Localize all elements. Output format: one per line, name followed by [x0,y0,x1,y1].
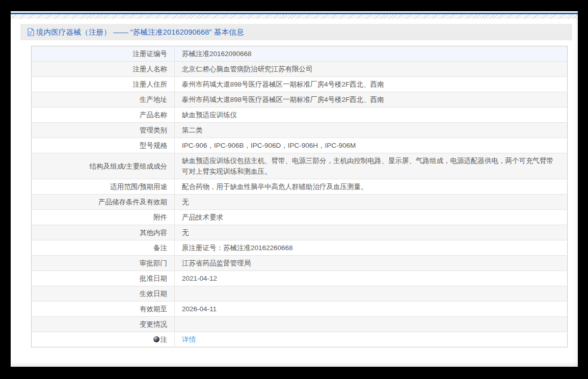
document-icon [27,28,34,36]
row-value: 产品技术要求 [182,213,223,221]
row-label: 结构及组成/主要组成成分 [90,163,167,170]
row-label-cell: 注册证编号 [32,46,175,62]
row-value-cell: 苏械注准20162090668 [175,46,568,62]
table-row: 注 详情 [32,332,568,347]
row-label: 生产地址 [140,96,167,103]
content-page: 境内医疗器械（注册） —— “苏械注准20162090668” 基本信息 注册证… [11,11,578,367]
table-row: 管理类别 第二类 [32,123,568,138]
row-label: 备注 [153,244,167,252]
row-label-cell: 注 [32,332,175,347]
row-value-cell: 泰州市药城大道898号医疗器械区一期标准厂房4号楼2F西北、西南 [175,77,568,92]
row-label-cell: 变更情况 [32,317,175,332]
table-row: 批准日期 2021-04-12 [32,271,568,286]
table-row: 注册证编号 苏械注准20162090668 [32,46,568,62]
row-value-cell: 第二类 [175,123,568,138]
row-value: 江苏省药品监督管理局 [182,259,251,267]
row-label-cell: 审批部门 [32,256,175,271]
row-value: 缺血预适应训练仪 [182,111,237,119]
page-header-bar: 境内医疗器械（注册） —— “苏械注准20162090668” 基本信息 [20,24,572,40]
row-label: 附件 [153,213,167,221]
registration-info-table: 注册证编号 苏械注准20162090668 注册人名称 北京仁桥心脑血管病防治研… [31,46,568,347]
row-label-cell: 生产地址 [32,92,175,107]
row-value: 配合药物，用于缺血性脑卒中高危人群辅助治疗及血压测量。 [182,183,368,191]
row-label: 产品储存条件及有效期 [98,198,167,206]
row-label-cell: 其他内容 [32,225,175,240]
row-label: 生效日期 [140,290,167,297]
row-value-cell: 江苏省药品监督管理局 [175,256,568,271]
table-row: 型号规格 IPC-906，IPC-906B，IPC-906D，IPC-906H，… [32,138,568,153]
row-label-cell: 附件 [32,210,175,225]
page-title: 境内医疗器械（注册） —— “苏械注准20162090668” 基本信息 [36,28,244,37]
row-label: 其他内容 [140,229,167,236]
row-value: 无 [182,198,189,206]
row-value: 无 [182,229,189,236]
row-label-cell: 注册人名称 [32,62,175,77]
row-label: 管理类别 [140,126,167,134]
row-value-cell: 无 [175,225,568,240]
row-value-cell: 缺血预适应训练仪 [175,107,568,123]
row-label-cell: 管理类别 [32,123,175,138]
row-value: IPC-906，IPC-906B，IPC-906D，IPC-906H，IPC-9… [182,142,356,149]
row-label-cell: 适用范围/预期用途 [32,179,175,195]
row-value-cell: 北京仁桥心脑血管病防治研究江苏有限公司 [175,62,568,77]
row-label: 适用范围/预期用途 [110,183,167,191]
note-icon [153,336,159,342]
row-value: 第二类 [182,126,203,134]
row-value: 泰州市药城大道898号医疗器械区一期标准厂房4号楼2F西北、西南 [182,80,384,88]
row-value: 缺血预适应训练仪包括主机、臂带、电源三部分，主机由控制电路、显示屏、气路组成，电… [182,157,553,175]
table-row: 结构及组成/主要组成成分 缺血预适应训练仪包括主机、臂带、电源三部分，主机由控制… [32,153,568,179]
row-label: 批准日期 [140,275,167,282]
table-row: 审批部门 江苏省药品监督管理局 [32,256,568,271]
details-link[interactable]: 详情 [182,336,196,343]
row-label: 注 [161,336,168,343]
table-row: 适用范围/预期用途 配合药物，用于缺血性脑卒中高危人群辅助治疗及血压测量。 [32,179,568,195]
table-row: 备注 原注册证号：苏械注准20162260668 [32,240,568,256]
row-value: 原注册证号：苏械注准20162260668 [182,244,293,252]
row-value: 北京仁桥心脑血管病防治研究江苏有限公司 [182,65,313,73]
row-label: 变更情况 [140,320,167,328]
row-label-cell: 注册人住所 [32,77,175,92]
hatch-texture-strip [11,14,578,19]
row-value-cell: 泰州市药城大道898号医疗器械区一期标准厂房4号楼2F西北、西南 [175,92,568,107]
row-label-cell: 批准日期 [32,271,175,286]
row-value-cell: 无 [175,195,568,210]
row-label: 有效期至 [140,305,167,313]
table-row: 产品储存条件及有效期 无 [32,195,568,210]
row-label-cell: 产品名称 [32,107,175,123]
row-value-cell: 详情 [175,332,568,347]
row-value-cell [175,317,568,332]
row-value: 2026-04-11 [182,305,217,313]
registration-table-container: 注册证编号 苏械注准20162090668 注册人名称 北京仁桥心脑血管病防治研… [31,46,568,347]
table-row: 注册人住所 泰州市药城大道898号医疗器械区一期标准厂房4号楼2F西北、西南 [32,77,568,92]
row-value-cell: 原注册证号：苏械注准20162260668 [175,240,568,256]
desktop-background: { "colors": { "top_rule_blue": "#1568bf"… [0,0,588,379]
table-row: 产品名称 缺血预适应训练仪 [32,107,568,123]
table-row: 生产地址 泰州市药城大道898号医疗器械区一期标准厂房4号楼2F西北、西南 [32,92,568,107]
table-row: 变更情况 [32,317,568,332]
row-value-cell: IPC-906，IPC-906B，IPC-906D，IPC-906H，IPC-9… [175,138,568,153]
row-label: 产品名称 [140,111,167,119]
row-value: 2021-04-12 [182,275,217,282]
row-value-cell: 产品技术要求 [175,210,568,225]
row-label-cell: 产品储存条件及有效期 [32,195,175,210]
table-row: 注册人名称 北京仁桥心脑血管病防治研究江苏有限公司 [32,62,568,77]
row-value-cell: 配合药物，用于缺血性脑卒中高危人群辅助治疗及血压测量。 [175,179,568,195]
table-row: 有效期至 2026-04-11 [32,302,568,317]
table-row: 其他内容 无 [32,225,568,240]
row-value: 苏械注准20162090668 [182,50,252,58]
table-row: 附件 产品技术要求 [32,210,568,225]
row-value: 泰州市药城大道898号医疗器械区一期标准厂房4号楼2F西北、西南 [182,96,384,103]
row-label-cell: 结构及组成/主要组成成分 [32,153,175,179]
row-label-cell: 型号规格 [32,138,175,153]
row-value-cell: 缺血预适应训练仪包括主机、臂带、电源三部分，主机由控制电路、显示屏、气路组成，电… [175,153,568,179]
row-value-cell [175,286,568,302]
row-value-cell: 2021-04-12 [175,271,568,286]
row-label: 注册人住所 [133,80,168,88]
row-label: 注册证编号 [133,50,168,58]
row-label: 型号规格 [140,142,167,149]
row-label: 审批部门 [140,259,167,267]
row-label: 注册人名称 [133,65,168,73]
row-label-cell: 生效日期 [32,286,175,302]
table-row: 生效日期 [32,286,568,302]
row-label-cell: 有效期至 [32,302,175,317]
